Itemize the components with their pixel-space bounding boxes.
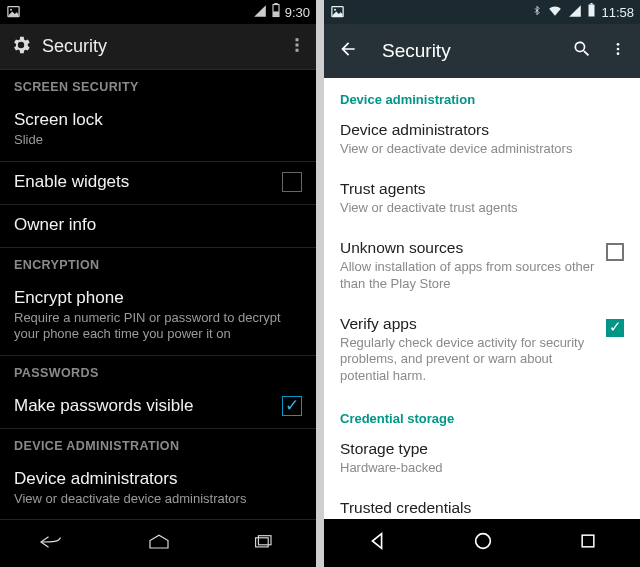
battery-icon bbox=[271, 3, 281, 21]
svg-rect-5 bbox=[296, 38, 299, 41]
svg-point-16 bbox=[617, 52, 620, 55]
wifi-icon bbox=[547, 4, 563, 21]
item-enable-widgets[interactable]: Enable widgets bbox=[0, 162, 316, 205]
section-device-admin: DEVICE ADMINISTRATION bbox=[0, 429, 316, 459]
battery-icon bbox=[587, 3, 596, 21]
item-screen-lock[interactable]: Screen lock Slide bbox=[0, 100, 316, 162]
section-encryption: ENCRYPTION bbox=[0, 248, 316, 278]
svg-point-1 bbox=[10, 9, 12, 11]
item-subtitle: Slide bbox=[14, 132, 302, 149]
status-time: 9:30 bbox=[285, 5, 310, 20]
svg-rect-9 bbox=[258, 535, 271, 544]
checkbox[interactable] bbox=[606, 243, 624, 261]
item-subtitle: View or deactivate device administrators bbox=[340, 141, 614, 158]
nav-bar bbox=[324, 519, 640, 567]
page-title: Security bbox=[42, 36, 288, 57]
image-icon bbox=[330, 4, 345, 22]
settings-list: Device administration Device administrat… bbox=[324, 78, 640, 519]
checkbox[interactable] bbox=[282, 172, 302, 192]
item-subtitle: Hardware-backed bbox=[340, 460, 614, 477]
status-bar: 11:58 bbox=[324, 0, 640, 24]
recents-icon[interactable] bbox=[250, 532, 278, 556]
svg-rect-6 bbox=[296, 43, 299, 46]
checkbox-checked[interactable] bbox=[606, 319, 624, 337]
item-title: Verify apps bbox=[340, 315, 596, 333]
item-device-admins[interactable]: Device administrators View or deactivate… bbox=[0, 459, 316, 519]
settings-list: SCREEN SECURITY Screen lock Slide Enable… bbox=[0, 70, 316, 519]
nav-bar bbox=[0, 519, 316, 567]
recents-icon[interactable] bbox=[578, 531, 598, 555]
signal-icon bbox=[568, 4, 582, 21]
svg-point-15 bbox=[617, 48, 620, 51]
bluetooth-icon bbox=[532, 3, 542, 21]
action-bar: Security bbox=[0, 24, 316, 70]
svg-point-11 bbox=[334, 9, 336, 11]
item-subtitle: Allow installation of apps from sources … bbox=[340, 259, 596, 293]
back-icon[interactable] bbox=[38, 531, 68, 557]
back-icon[interactable] bbox=[366, 530, 388, 556]
item-unknown-sources[interactable]: Unknown sources Allow installation of ap… bbox=[324, 229, 640, 305]
item-title: Encrypt phone bbox=[14, 288, 302, 308]
phone-holo-dark: 9:30 Security SCREEN SECURITY Screen loc… bbox=[0, 0, 316, 567]
section-credential-storage: Credential storage bbox=[324, 397, 640, 430]
item-verify-apps[interactable]: Verify apps Regularly check device activ… bbox=[324, 305, 640, 398]
item-title: Storage type bbox=[340, 440, 614, 458]
svg-rect-3 bbox=[275, 3, 277, 5]
item-title: Trust agents bbox=[340, 180, 614, 198]
item-title: Screen lock bbox=[14, 110, 302, 130]
item-title: Enable widgets bbox=[14, 172, 272, 192]
svg-rect-12 bbox=[589, 5, 595, 17]
image-icon bbox=[6, 4, 21, 22]
status-bar: 9:30 bbox=[0, 0, 316, 24]
phone-material-light: 11:58 Security Device administration Dev… bbox=[324, 0, 640, 567]
svg-point-17 bbox=[476, 534, 491, 549]
item-title: Trusted credentials bbox=[340, 499, 614, 517]
item-title: Device administrators bbox=[14, 469, 302, 489]
svg-rect-4 bbox=[273, 12, 278, 16]
signal-icon bbox=[253, 4, 267, 21]
status-time: 11:58 bbox=[601, 5, 634, 20]
svg-rect-18 bbox=[582, 535, 594, 547]
item-subtitle: Regularly check device activity for secu… bbox=[340, 335, 596, 386]
home-icon[interactable] bbox=[144, 532, 174, 556]
home-icon[interactable] bbox=[472, 530, 494, 556]
item-device-admins[interactable]: Device administrators View or deactivate… bbox=[324, 111, 640, 170]
settings-gear-icon[interactable] bbox=[10, 34, 32, 60]
section-passwords: PASSWORDS bbox=[0, 356, 316, 386]
svg-rect-13 bbox=[591, 3, 593, 5]
item-subtitle: View or deactivate device administrators bbox=[14, 491, 302, 508]
item-title: Unknown sources bbox=[340, 239, 596, 257]
item-owner-info[interactable]: Owner info bbox=[0, 205, 316, 248]
item-storage-type[interactable]: Storage type Hardware-backed bbox=[324, 430, 640, 489]
overflow-menu-icon[interactable] bbox=[288, 34, 306, 60]
item-title: Device administrators bbox=[340, 121, 614, 139]
checkbox-checked[interactable] bbox=[282, 396, 302, 416]
action-bar: Security bbox=[324, 24, 640, 78]
item-subtitle: View or deactivate trust agents bbox=[340, 200, 614, 217]
item-trust-agents[interactable]: Trust agents View or deactivate trust ag… bbox=[324, 170, 640, 229]
item-title: Owner info bbox=[14, 215, 302, 235]
svg-rect-7 bbox=[296, 48, 299, 51]
back-arrow-icon[interactable] bbox=[338, 39, 358, 63]
page-title: Security bbox=[382, 40, 572, 62]
item-title: Make passwords visible bbox=[14, 396, 272, 416]
section-device-admin: Device administration bbox=[324, 78, 640, 111]
item-make-passwords-visible[interactable]: Make passwords visible bbox=[0, 386, 316, 429]
overflow-menu-icon[interactable] bbox=[610, 39, 626, 63]
item-trusted-credentials[interactable]: Trusted credentials bbox=[324, 489, 640, 519]
svg-rect-8 bbox=[256, 537, 269, 546]
item-subtitle: Require a numeric PIN or password to dec… bbox=[14, 310, 302, 343]
search-icon[interactable] bbox=[572, 39, 592, 63]
svg-point-14 bbox=[617, 43, 620, 46]
section-screen-security: SCREEN SECURITY bbox=[0, 70, 316, 100]
item-encrypt-phone[interactable]: Encrypt phone Require a numeric PIN or p… bbox=[0, 278, 316, 356]
